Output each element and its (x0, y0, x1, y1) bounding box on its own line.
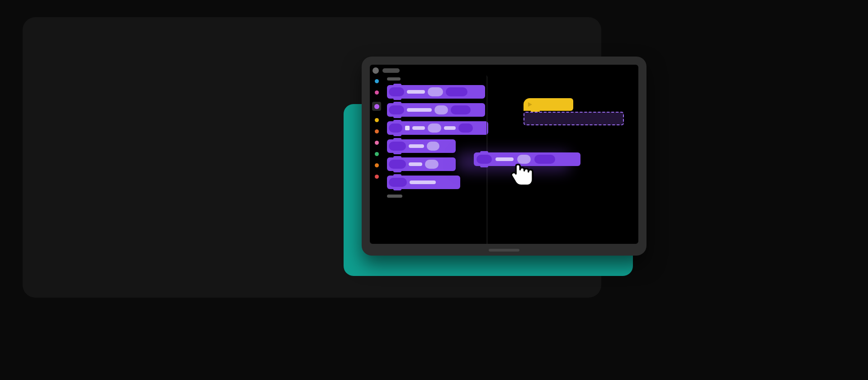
title-placeholder (382, 68, 400, 73)
category-motion[interactable] (375, 79, 379, 83)
category-operators[interactable] (375, 152, 379, 156)
category-variables[interactable] (375, 163, 379, 167)
event-hat-block[interactable] (524, 98, 573, 111)
block-segment (446, 87, 467, 96)
hand-pointer-icon (505, 156, 539, 190)
editor-topbar (373, 67, 400, 74)
block-segment (407, 108, 432, 112)
category-sound[interactable] (372, 102, 381, 111)
block-segment (405, 126, 410, 130)
block-segment (425, 160, 439, 169)
block-segment (389, 124, 402, 133)
menu-icon[interactable] (373, 67, 379, 74)
block-segment (412, 126, 425, 130)
block-palette (383, 76, 488, 244)
block-segment (428, 124, 441, 133)
block-segment (451, 105, 471, 114)
palette-block[interactable] (387, 139, 456, 153)
category-myblocks[interactable] (375, 175, 379, 179)
block-segment (476, 155, 492, 164)
tablet-screen (370, 65, 638, 244)
drop-target-outline (524, 112, 624, 125)
category-control[interactable] (375, 129, 379, 133)
block-segment (409, 162, 422, 166)
palette-heading (387, 77, 401, 81)
block-segment (458, 124, 473, 133)
home-indicator (489, 249, 519, 252)
category-looks[interactable] (375, 90, 379, 95)
palette-block[interactable] (387, 103, 485, 117)
category-events[interactable] (375, 118, 379, 122)
block-segment (434, 105, 448, 114)
block-segment (409, 144, 424, 148)
block-segment (444, 126, 456, 130)
category-rail (372, 78, 382, 179)
block-segment (389, 178, 407, 187)
block-segment (407, 90, 425, 94)
tablet-device (362, 57, 646, 256)
block-segment (410, 180, 436, 184)
block-segment (389, 142, 406, 151)
category-sensing[interactable] (375, 141, 379, 145)
block-segment (389, 87, 404, 96)
palette-block[interactable] (387, 121, 488, 135)
block-segment (427, 142, 439, 151)
palette-heading (387, 195, 402, 198)
block-segment (389, 160, 406, 169)
code-canvas[interactable] (487, 76, 638, 244)
palette-block[interactable] (387, 176, 460, 189)
palette-block[interactable] (387, 157, 456, 171)
block-segment (428, 87, 443, 96)
block-segment (389, 105, 404, 114)
palette-block[interactable] (387, 85, 485, 99)
